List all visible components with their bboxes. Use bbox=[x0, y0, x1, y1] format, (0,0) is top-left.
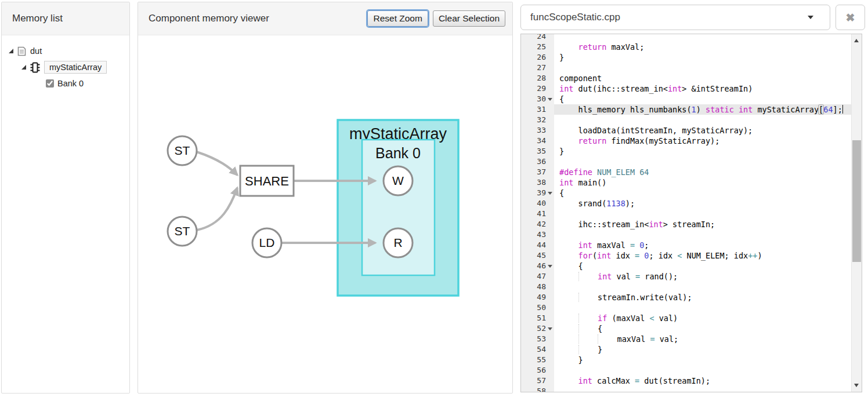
line-number: 32 bbox=[537, 115, 546, 125]
code-line: 54 } bbox=[521, 344, 862, 355]
code-text: int val = rand(); bbox=[554, 271, 862, 282]
line-number: 51 bbox=[537, 313, 546, 323]
gutter-cell: 55 bbox=[521, 355, 554, 365]
code-line: 50 bbox=[521, 303, 862, 313]
tree-item-bank[interactable]: Bank 0 bbox=[2, 75, 129, 92]
code-text: { bbox=[554, 94, 862, 104]
code-line: 42 ihc::stream_in<int> streamIn; bbox=[521, 219, 862, 230]
clear-selection-button[interactable]: Clear Selection bbox=[433, 10, 505, 27]
line-number: 57 bbox=[537, 376, 546, 386]
gutter-cell: 28 bbox=[521, 73, 554, 83]
line-number: 52 bbox=[537, 323, 546, 334]
code-text bbox=[554, 34, 862, 42]
line-number: 25 bbox=[537, 42, 546, 52]
line-number: 24 bbox=[537, 34, 546, 42]
line-number: 47 bbox=[537, 271, 546, 282]
code-text: hls_memory hls_numbanks(1) static int my… bbox=[554, 104, 862, 115]
bank-checkbox[interactable] bbox=[46, 79, 54, 88]
memory-chip-icon bbox=[30, 62, 40, 73]
code-text: loadData(intStreamIn, myStaticArray); bbox=[554, 125, 862, 136]
code-line: 40 srand(1138); bbox=[521, 198, 862, 209]
gutter-cell: 25 bbox=[521, 42, 554, 52]
code-line: 24 bbox=[521, 34, 862, 42]
line-number: 34 bbox=[537, 136, 546, 146]
line-number: 40 bbox=[537, 198, 546, 209]
code-text: srand(1138); bbox=[554, 198, 862, 209]
expand-triangle-icon[interactable] bbox=[21, 65, 26, 70]
gutter-cell: 43 bbox=[521, 230, 554, 240]
line-number: 49 bbox=[537, 292, 546, 303]
fold-marker-icon[interactable] bbox=[548, 265, 552, 268]
line-number: 26 bbox=[537, 52, 546, 63]
edge-st1-share bbox=[197, 152, 237, 175]
code-text: streamIn.write(val); bbox=[554, 292, 862, 303]
share-arbiter-label: SHARE bbox=[245, 174, 289, 188]
code-text bbox=[554, 115, 862, 125]
gutter-cell: 47 bbox=[521, 271, 554, 282]
vertical-scrollbar[interactable] bbox=[851, 34, 862, 392]
gutter-cell: 51 bbox=[521, 313, 554, 323]
file-select-value: funcScopeStatic.cpp bbox=[530, 12, 620, 23]
code-text: int maxVal = 0; bbox=[554, 240, 862, 250]
code-line: 29int dut(ihc::stream_in<int> &intStream… bbox=[521, 83, 862, 94]
code-text: } bbox=[554, 146, 862, 156]
line-number: 28 bbox=[537, 73, 546, 83]
code-viewer-panel[interactable]: 2425 return maxVal;26}2728component29int… bbox=[520, 34, 862, 392]
code-line: 49 streamIn.write(val); bbox=[521, 292, 862, 303]
code-text: int dut(ihc::stream_in<int> &intStreamIn… bbox=[554, 83, 862, 94]
line-number: 58 bbox=[537, 386, 546, 392]
scroll-up-icon[interactable] bbox=[854, 39, 859, 42]
gutter-cell: 38 bbox=[521, 177, 554, 188]
memory-list-panel: Memory list dut myStaticArray Bank 0 bbox=[1, 2, 130, 394]
memory-tree: dut myStaticArray Bank 0 bbox=[2, 35, 129, 92]
close-icon: ✖ bbox=[846, 11, 855, 24]
close-button[interactable]: ✖ bbox=[836, 5, 865, 30]
code-line: 27 bbox=[521, 63, 862, 73]
code-line: 30{ bbox=[521, 94, 862, 104]
code-text: { bbox=[554, 188, 862, 198]
code-text: } bbox=[554, 355, 862, 365]
code-line: 37#define NUM_ELEM 64 bbox=[521, 167, 862, 177]
code-text bbox=[554, 63, 862, 73]
fold-marker-icon[interactable] bbox=[548, 98, 552, 101]
line-number: 35 bbox=[537, 146, 546, 156]
code-line: 32 bbox=[521, 115, 862, 125]
code-line: 26} bbox=[521, 52, 862, 63]
edge-st2-share bbox=[197, 188, 237, 230]
memory-viewer-title: Component memory viewer bbox=[149, 13, 367, 24]
tree-item-memory[interactable]: myStaticArray bbox=[2, 59, 129, 75]
code-line: 51 if (maxVal < val) bbox=[521, 313, 862, 323]
line-number: 48 bbox=[537, 282, 546, 292]
fold-marker-icon[interactable] bbox=[548, 327, 552, 330]
code-text: { bbox=[554, 323, 862, 334]
code-text: return findMax(myStaticArray); bbox=[554, 136, 862, 146]
memory-diagram[interactable]: myStaticArray Bank 0 ST ST SHARE LD W R bbox=[138, 35, 512, 394]
line-number: 56 bbox=[537, 365, 546, 376]
gutter-cell: 52 bbox=[521, 323, 554, 334]
file-select-dropdown[interactable]: funcScopeStatic.cpp bbox=[520, 5, 830, 30]
code-line: 39{ bbox=[521, 188, 862, 198]
line-number: 31 bbox=[537, 104, 546, 115]
line-number: 37 bbox=[537, 167, 546, 177]
gutter-cell: 46 bbox=[521, 261, 554, 271]
tree-item-dut[interactable]: dut bbox=[2, 43, 129, 59]
line-number: 38 bbox=[537, 177, 546, 188]
code-line: 38int main() bbox=[521, 177, 862, 188]
scrollbar-thumb[interactable] bbox=[852, 140, 861, 262]
line-number: 36 bbox=[537, 156, 546, 167]
fold-marker-icon[interactable] bbox=[548, 192, 552, 195]
gutter-cell: 40 bbox=[521, 198, 554, 209]
gutter-cell: 49 bbox=[521, 292, 554, 303]
line-number: 44 bbox=[537, 240, 546, 250]
scroll-down-icon[interactable] bbox=[854, 384, 859, 387]
expand-triangle-icon[interactable] bbox=[9, 49, 13, 53]
gutter-cell: 35 bbox=[521, 146, 554, 156]
code-text: } bbox=[554, 52, 862, 63]
store-node-1-label: ST bbox=[175, 144, 190, 157]
tree-item-memory-label[interactable]: myStaticArray bbox=[44, 61, 107, 74]
gutter-cell: 24 bbox=[521, 34, 554, 42]
gutter-cell: 26 bbox=[521, 52, 554, 63]
reset-zoom-button[interactable]: Reset Zoom bbox=[367, 10, 428, 27]
code-text: component bbox=[554, 73, 862, 83]
code-text: #define NUM_ELEM 64 bbox=[554, 167, 862, 177]
